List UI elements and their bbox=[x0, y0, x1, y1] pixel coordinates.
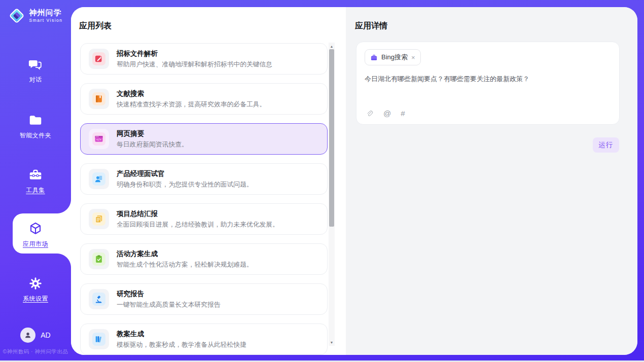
briefcase-icon bbox=[370, 54, 378, 61]
user-initials: AD bbox=[41, 331, 50, 339]
book-icon bbox=[94, 94, 104, 104]
clipboard-check-icon bbox=[94, 254, 104, 264]
app-description: 智能生成个性化活动方案，轻松解决规划难题。 bbox=[117, 261, 253, 269]
app-title: 网页摘要 bbox=[117, 129, 188, 138]
cube-icon bbox=[28, 221, 43, 236]
app-icon-tile: </> bbox=[89, 129, 109, 149]
app-icon-tile bbox=[89, 289, 109, 309]
app-description: 每日政府新闻资讯快查。 bbox=[117, 140, 188, 149]
list-item-bid-parsing[interactable]: 招标文件解析 帮助用户快速、准确地理解和解析招标书中的关键信息 bbox=[80, 43, 328, 75]
tag-close-icon[interactable]: × bbox=[411, 54, 415, 61]
notes-icon bbox=[94, 214, 104, 224]
run-button[interactable]: 运行 bbox=[593, 137, 619, 153]
browser-code-icon: </> bbox=[94, 134, 104, 144]
hash-tag-icon[interactable]: # bbox=[401, 109, 405, 118]
app-description: 快速精准查找学术资源，提高研究效率的必备工具。 bbox=[117, 100, 266, 109]
toolbox-icon bbox=[28, 167, 43, 183]
app-icon-tile bbox=[89, 169, 109, 189]
sidebar-item-chat[interactable]: 对话 bbox=[0, 57, 71, 84]
scrollbar-thumb[interactable] bbox=[329, 49, 334, 227]
brand-name: 神州问学 bbox=[29, 9, 62, 17]
app-title: 教案生成 bbox=[117, 330, 246, 339]
app-description: 全面回顾项目进展，总结经验教训，助力未来优化发展。 bbox=[117, 221, 279, 229]
svg-text:</>: </> bbox=[96, 138, 102, 141]
sidebar-item-toolset[interactable]: 工具集 bbox=[0, 167, 71, 195]
app-description: 帮助用户快速、准确地理解和解析招标书中的关键信息 bbox=[117, 60, 272, 69]
app-detail-title: 应用详情 bbox=[346, 7, 637, 31]
app-detail-panel: 应用详情 Bing搜索 × 今日湖北有哪些新闻要点？有哪些需要关注的最新政策？ … bbox=[346, 7, 637, 355]
tool-tag-label: Bing搜索 bbox=[381, 53, 408, 62]
app-list-panel: 应用列表 招标文件解析 帮助用户快速、准确地理解和解析招标书中的关键信息 bbox=[71, 7, 346, 355]
brand-subtitle: Smart Vision bbox=[29, 18, 62, 23]
sidebar-item-label: 对话 bbox=[29, 76, 42, 84]
microscope-icon bbox=[94, 294, 104, 304]
app-list-title: 应用列表 bbox=[71, 7, 346, 31]
list-item-event-plan[interactable]: 活动方案生成 智能生成个性化活动方案，轻松解决规划难题。 bbox=[80, 243, 328, 275]
active-tab-notch-bottom bbox=[57, 254, 71, 268]
paperclip-icon[interactable] bbox=[366, 110, 374, 118]
app-title: 招标文件解析 bbox=[117, 49, 272, 58]
scrollbar-up-arrow-icon[interactable]: ▲ bbox=[329, 43, 335, 50]
folder-icon bbox=[28, 113, 43, 128]
list-item-research-report[interactable]: 研究报告 一键智能生成高质量长文本研究报告 bbox=[80, 283, 328, 315]
sidebar-item-label: 系统设置 bbox=[23, 295, 48, 303]
sidebar-item-label: 应用市场 bbox=[23, 240, 48, 248]
app-icon-tile bbox=[89, 329, 109, 349]
prompt-card: Bing搜索 × 今日湖北有哪些新闻要点？有哪些需要关注的最新政策？ @ # bbox=[356, 42, 620, 125]
app-list: 招标文件解析 帮助用户快速、准确地理解和解析招标书中的关键信息 文献搜索 快速精… bbox=[80, 43, 328, 355]
list-item-literature-search[interactable]: 文献搜索 快速精准查找学术资源，提高研究效率的必备工具。 bbox=[80, 83, 328, 115]
sidebar-item-app-market[interactable]: 应用市场 bbox=[0, 221, 71, 248]
at-mention-icon[interactable]: @ bbox=[383, 109, 391, 118]
app-icon-tile bbox=[89, 49, 109, 69]
active-tab-notch-top bbox=[57, 199, 71, 213]
diamond-logo-icon bbox=[8, 7, 25, 24]
sidebar-item-settings[interactable]: 系统设置 bbox=[0, 276, 71, 303]
app-description: 一键智能生成高质量长文本研究报告 bbox=[117, 301, 221, 309]
list-item-web-summary[interactable]: </> 网页摘要 每日政府新闻资讯快查。 bbox=[80, 123, 328, 155]
sidebar-item-smart-folder[interactable]: 智能文件夹 bbox=[0, 113, 71, 140]
app-title: 研究报告 bbox=[117, 289, 221, 299]
list-item-lesson-plan[interactable]: 教案生成 模板驱动，教案秒成，教学准备从此轻松快捷 bbox=[80, 323, 328, 355]
tool-tag-bing-search[interactable]: Bing搜索 × bbox=[365, 49, 421, 65]
app-icon-tile bbox=[89, 249, 109, 269]
app-description: 明确身份和职责，为您提供专业性的面试问题。 bbox=[117, 180, 253, 189]
sidebar-item-label: 智能文件夹 bbox=[20, 131, 52, 140]
app-icon-tile bbox=[89, 89, 109, 109]
sidebar: 神州问学 Smart Vision 对话 智能文件夹 工具集 bbox=[0, 0, 71, 362]
brand-logo: 神州问学 Smart Vision bbox=[0, 7, 71, 24]
chat-icon bbox=[28, 57, 43, 72]
attachment-toolbar: @ # bbox=[366, 109, 405, 118]
person-icon bbox=[24, 331, 32, 339]
document-edit-icon bbox=[94, 54, 104, 64]
sidebar-item-label: 工具集 bbox=[26, 186, 45, 195]
avatar bbox=[20, 328, 35, 343]
user-account[interactable]: AD bbox=[0, 328, 71, 343]
scrollbar-down-arrow-icon[interactable]: ▼ bbox=[329, 339, 335, 346]
interviewer-icon bbox=[94, 174, 104, 184]
app-description: 模板驱动，教案秒成，教学准备从此轻松快捷 bbox=[117, 341, 246, 349]
gear-icon bbox=[28, 276, 43, 291]
app-title: 项目总结汇报 bbox=[117, 209, 279, 219]
app-icon-tile bbox=[89, 209, 109, 229]
list-item-pm-interviewer[interactable]: 产品经理面试官 明确身份和职责，为您提供专业性的面试问题。 bbox=[80, 163, 328, 195]
main-panel: 应用列表 招标文件解析 帮助用户快速、准确地理解和解析招标书中的关键信息 bbox=[71, 7, 637, 355]
copyright-footer: ©神州数码 · 神州问学出品 bbox=[0, 348, 71, 355]
app-title: 产品经理面试官 bbox=[117, 169, 253, 178]
books-icon bbox=[94, 334, 104, 344]
app-title: 文献搜索 bbox=[117, 89, 266, 98]
list-item-project-summary[interactable]: 项目总结汇报 全面回顾项目进展，总结经验教训，助力未来优化发展。 bbox=[80, 203, 328, 235]
app-title: 活动方案生成 bbox=[117, 249, 253, 259]
query-input[interactable]: 今日湖北有哪些新闻要点？有哪些需要关注的最新政策？ bbox=[365, 74, 611, 84]
app-list-scrollbar[interactable]: ▲ ▼ bbox=[329, 43, 335, 346]
